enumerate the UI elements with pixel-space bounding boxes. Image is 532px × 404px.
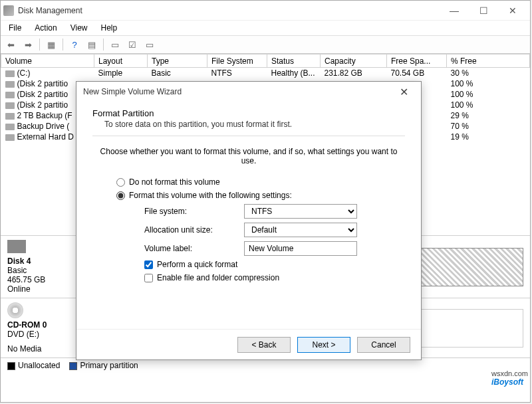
drive-icon	[5, 134, 15, 141]
toolbar-icon[interactable]: ▦	[44, 38, 59, 51]
toolbar-icon[interactable]: ▭	[142, 38, 157, 51]
drive-icon	[5, 124, 15, 130]
next-button[interactable]: Next >	[297, 337, 350, 353]
compression-label: Enable file and folder compression	[157, 273, 279, 282]
dialog-close-button[interactable]: ✕	[393, 86, 414, 98]
toolbar: ⬅ ➡ ▦ ? ▤ ▭ ☑ ▭	[1, 35, 530, 54]
menu-view[interactable]: View	[65, 22, 93, 34]
allocation-label: Allocation unit size:	[144, 225, 244, 235]
menubar: File Action View Help	[1, 21, 530, 35]
menu-help[interactable]: Help	[96, 22, 123, 34]
allocation-select[interactable]: Default	[244, 223, 357, 237]
cdrom-icon	[7, 302, 23, 318]
watermark: wsxdn.com iBoysoft	[491, 369, 528, 387]
dialog-heading: Format Partition	[92, 108, 405, 118]
titlebar: Disk Management — ☐ ✕	[1, 1, 530, 21]
volume-label-label: Volume label:	[144, 244, 244, 253]
dialog-subtext: To store data on this partition, you mus…	[92, 120, 405, 129]
dialog-description: Choose whether you want to format this v…	[92, 147, 405, 165]
dialog-title: New Simple Volume Wizard	[83, 87, 393, 96]
col-pctfree[interactable]: % Free	[447, 54, 530, 68]
col-capacity[interactable]: Capacity	[321, 54, 387, 68]
new-volume-wizard-dialog: New Simple Volume Wizard ✕ Format Partit…	[76, 81, 422, 360]
quick-format-checkbox[interactable]	[144, 260, 153, 269]
close-button[interactable]: ✕	[498, 1, 527, 20]
minimize-button[interactable]: —	[440, 1, 469, 20]
back-button[interactable]: < Back	[237, 337, 291, 353]
toolbar-icon[interactable]: ▭	[108, 38, 122, 51]
radio-format[interactable]	[116, 191, 125, 200]
table-row[interactable]: (C:)SimpleBasicNTFSHealthy (B...231.82 G…	[1, 68, 530, 79]
cancel-button[interactable]: Cancel	[357, 337, 410, 353]
col-volume[interactable]: Volume	[1, 54, 94, 68]
col-filesystem[interactable]: File System	[207, 54, 267, 68]
app-icon	[3, 5, 14, 16]
volume-label-input[interactable]	[244, 241, 357, 256]
drive-icon	[5, 92, 15, 98]
radio-format-label: Format this volume with the following se…	[129, 191, 292, 200]
radio-no-format[interactable]	[116, 178, 125, 187]
disk-name: Disk 4	[7, 256, 31, 266]
col-status[interactable]: Status	[267, 54, 321, 68]
drive-icon	[5, 102, 15, 109]
toolbar-icon[interactable]: ☑	[125, 38, 140, 51]
drive-icon	[5, 81, 15, 88]
maximize-button[interactable]: ☐	[469, 1, 498, 20]
toolbar-icon[interactable]: ▤	[84, 38, 99, 51]
swatch-primary	[69, 362, 77, 370]
radio-no-format-label: Do not format this volume	[129, 177, 220, 187]
compression-checkbox[interactable]	[144, 274, 153, 282]
filesystem-label: File system:	[144, 207, 244, 216]
help-icon[interactable]: ?	[67, 38, 82, 51]
menu-file[interactable]: File	[3, 22, 27, 34]
forward-icon[interactable]: ➡	[21, 38, 35, 51]
quick-format-label: Perform a quick format	[157, 260, 237, 269]
cdrom-name: CD-ROM 0	[7, 320, 47, 330]
back-icon[interactable]: ⬅	[3, 38, 18, 51]
filesystem-select[interactable]: NTFS	[244, 204, 357, 219]
col-type[interactable]: Type	[148, 54, 207, 68]
drive-icon	[5, 113, 15, 120]
disk-icon	[7, 240, 26, 253]
swatch-unallocated	[7, 362, 15, 370]
window-title: Disk Management	[18, 6, 440, 15]
drive-icon	[5, 70, 15, 77]
col-layout[interactable]: Layout	[94, 54, 148, 68]
table-header-row: Volume Layout Type File System Status Ca…	[1, 54, 530, 68]
col-free[interactable]: Free Spa...	[387, 54, 447, 68]
menu-action[interactable]: Action	[29, 22, 62, 34]
